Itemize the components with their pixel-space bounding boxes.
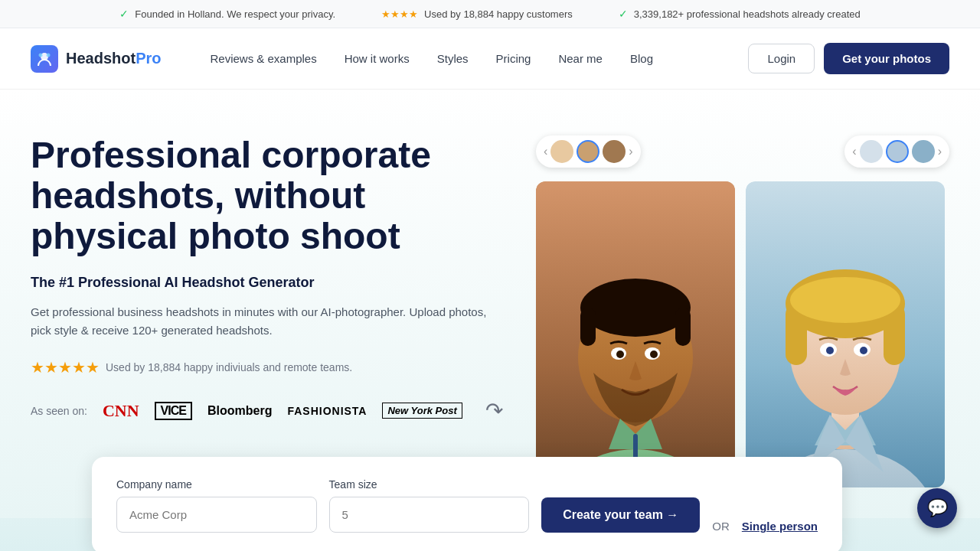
navbar: HeadshotPro Reviews & examples How it wo… bbox=[0, 28, 980, 90]
chat-icon: 💬 bbox=[927, 498, 948, 518]
nav-reviews[interactable]: Reviews & examples bbox=[199, 46, 327, 71]
check-icon: ✓ bbox=[119, 8, 129, 20]
chevron-right-icon[interactable]: › bbox=[629, 145, 632, 158]
thumb-img-1[interactable] bbox=[550, 140, 573, 163]
svg-rect-9 bbox=[580, 308, 596, 346]
hero-subtitle: The #1 Professional AI Headshot Generato… bbox=[31, 275, 505, 291]
svg-point-27 bbox=[860, 347, 867, 354]
stars-icon: ★★★★ bbox=[381, 8, 418, 20]
or-divider: OR bbox=[712, 520, 730, 533]
banner-item-customers: ★★★★ Used by 18,884 happy customers bbox=[381, 8, 573, 20]
chevron-right-icon-2[interactable]: › bbox=[938, 145, 942, 158]
banner-privacy-text: Founded in Holland. We respect your priv… bbox=[135, 8, 335, 20]
chevron-left-icon[interactable]: ‹ bbox=[544, 145, 547, 158]
woman-photo-svg bbox=[746, 181, 945, 487]
left-thumb-selector: ‹ › bbox=[536, 135, 641, 168]
hero-title: Professional corporate headshots, withou… bbox=[31, 135, 505, 256]
hero-rating-text: Used by 18,884 happy indiviuals and remo… bbox=[106, 361, 352, 373]
get-photos-button[interactable]: Get your photos bbox=[824, 43, 949, 74]
right-thumb-selector: ‹ › bbox=[844, 135, 949, 168]
thumb-img-2[interactable] bbox=[577, 140, 599, 163]
banner-customers-text: Used by 18,884 happy customers bbox=[424, 8, 573, 20]
cnn-logo: CNN bbox=[103, 401, 139, 421]
svg-point-26 bbox=[826, 347, 834, 354]
team-form: Company name Team size Create your team … bbox=[92, 457, 842, 551]
svg-point-8 bbox=[580, 279, 691, 337]
hero-stars-icon: ★★★★★ bbox=[31, 358, 100, 377]
check-icon-2: ✓ bbox=[619, 8, 628, 20]
logo[interactable]: HeadshotPro bbox=[31, 45, 161, 73]
banner-headshots-text: 3,339,182+ professional headshots alread… bbox=[634, 8, 861, 20]
hero-rating: ★★★★★ Used by 18,884 happy indiviuals an… bbox=[31, 358, 505, 377]
single-person-link[interactable]: Single person bbox=[742, 520, 818, 533]
banner-item-headshots: ✓ 3,339,182+ professional headshots alre… bbox=[619, 8, 861, 20]
logo-icon bbox=[31, 45, 58, 73]
svg-point-14 bbox=[650, 350, 658, 358]
nav-near-me[interactable]: Near me bbox=[547, 46, 613, 71]
form-row: Company name Team size Create your team … bbox=[116, 478, 818, 533]
nav-links: Reviews & examples How it works Styles P… bbox=[199, 46, 748, 71]
seen-on-section: As seen on: CNN VICE Bloomberg FASHIONIS… bbox=[31, 398, 505, 423]
seen-on-label: As seen on: bbox=[31, 405, 87, 417]
svg-point-13 bbox=[616, 350, 624, 358]
team-size-field: Team size bbox=[329, 478, 530, 533]
fashionista-logo: FASHIONISTA bbox=[287, 405, 367, 417]
svg-point-23 bbox=[790, 277, 900, 323]
top-banner: ✓ Founded in Holland. We respect your pr… bbox=[0, 0, 980, 28]
thumb-img-3[interactable] bbox=[603, 140, 626, 163]
team-size-label: Team size bbox=[329, 478, 530, 491]
nav-how-it-works[interactable]: How it works bbox=[334, 46, 420, 71]
nav-blog[interactable]: Blog bbox=[619, 46, 664, 71]
nav-pricing[interactable]: Pricing bbox=[485, 46, 542, 71]
nyp-logo: New York Post bbox=[382, 403, 462, 419]
man-photo-svg bbox=[536, 181, 735, 487]
create-team-button[interactable]: Create your team → bbox=[541, 497, 700, 533]
banner-item-privacy: ✓ Founded in Holland. We respect your pr… bbox=[119, 8, 335, 20]
chevron-left-icon-2[interactable]: ‹ bbox=[852, 145, 856, 158]
chat-button[interactable]: 💬 bbox=[917, 488, 957, 528]
thumb-img-5[interactable] bbox=[886, 140, 909, 163]
thumb-img-4[interactable] bbox=[860, 140, 883, 163]
svg-point-2 bbox=[47, 53, 51, 57]
hero-section: Professional corporate headshots, withou… bbox=[0, 90, 980, 518]
thumb-img-6[interactable] bbox=[912, 140, 935, 163]
company-name-label: Company name bbox=[116, 478, 317, 491]
bloomberg-logo: Bloomberg bbox=[207, 404, 272, 418]
vice-logo: VICE bbox=[155, 402, 192, 420]
login-button[interactable]: Login bbox=[748, 44, 815, 73]
logo-text: HeadshotPro bbox=[66, 50, 161, 67]
nav-styles[interactable]: Styles bbox=[426, 46, 479, 71]
hero-description: Get professional business headshots in m… bbox=[31, 303, 505, 340]
team-size-input[interactable] bbox=[329, 497, 530, 533]
company-name-field: Company name bbox=[116, 478, 317, 533]
arrow-icon: ↷ bbox=[485, 398, 503, 423]
nav-actions: Login Get your photos bbox=[748, 43, 949, 74]
svg-point-1 bbox=[39, 53, 43, 57]
svg-rect-10 bbox=[675, 308, 691, 346]
company-name-input[interactable] bbox=[116, 497, 317, 533]
